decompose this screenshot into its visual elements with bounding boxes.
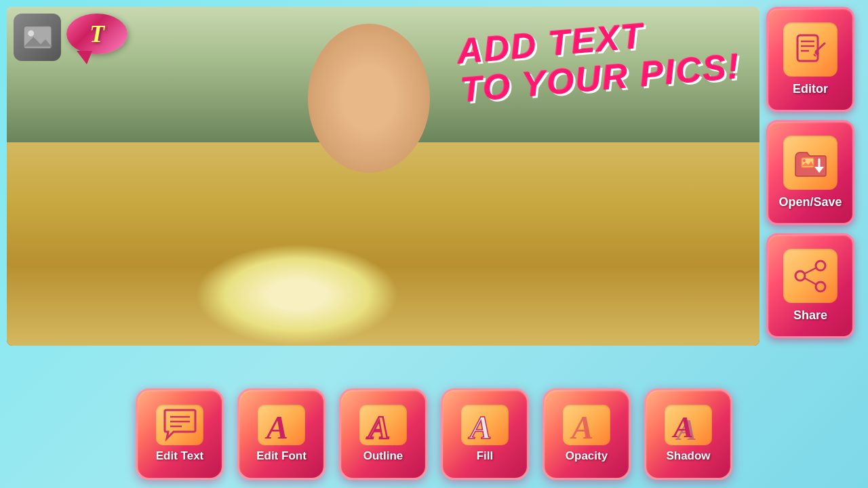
editor-button[interactable]: Editor: [766, 7, 854, 112]
edit-text-button[interactable]: Edit Text: [136, 388, 224, 480]
svg-line-19: [804, 278, 816, 285]
svg-point-16: [795, 271, 805, 281]
opacity-icon-bg: A: [563, 405, 610, 445]
svg-line-18: [804, 268, 816, 274]
font-opacity-icon: A: [568, 408, 606, 442]
opacity-button[interactable]: A Opacity: [542, 388, 631, 480]
outline-icon-bg: A: [359, 405, 407, 445]
editor-icon: [792, 31, 829, 68]
open-save-icon-bg: [783, 136, 837, 190]
text-bubble-icon[interactable]: T: [66, 14, 127, 61]
edit-font-icon-bg: A: [258, 405, 305, 445]
svg-rect-3: [797, 35, 818, 61]
edit-text-icon-bg: [156, 405, 203, 445]
opacity-label: Opacity: [566, 449, 608, 463]
outline-button[interactable]: A Outline: [339, 388, 427, 480]
shadow-icon-bg: A A: [665, 405, 712, 445]
open-save-label: Open/Save: [778, 195, 842, 209]
shadow-button[interactable]: A A Shadow: [644, 388, 732, 480]
share-icon: [792, 258, 829, 295]
svg-point-1: [28, 30, 34, 37]
share-label: Share: [793, 308, 827, 323]
editor-icon-bg: [783, 22, 837, 77]
svg-text:A: A: [468, 409, 492, 442]
right-sidebar: Editor Open/Save: [766, 7, 861, 380]
svg-text:A: A: [570, 409, 593, 442]
edit-font-button[interactable]: A Edit Font: [237, 388, 326, 480]
fill-button[interactable]: A Fill: [441, 388, 529, 480]
font-outline-icon: A: [365, 408, 402, 442]
svg-text:A: A: [671, 411, 693, 442]
svg-point-17: [816, 282, 825, 291]
fill-icon-bg: A: [461, 405, 509, 445]
font-shadow-icon: A A: [670, 408, 707, 442]
share-icon-bg: [783, 249, 837, 303]
editor-label: Editor: [793, 82, 828, 96]
bubble-letter: T: [90, 20, 104, 48]
svg-point-15: [816, 261, 825, 270]
canvas-area: T ADD TEXT TO YOUR PICS!: [7, 7, 760, 380]
edit-text-label: Edit Text: [156, 449, 204, 463]
svg-point-11: [803, 159, 806, 162]
font-fill-icon: A: [467, 408, 504, 442]
bottom-toolbar: Edit Text A Edit Font A Outline A Fill: [0, 380, 868, 488]
fill-label: Fill: [477, 449, 494, 463]
open-save-icon: [792, 144, 829, 182]
svg-line-9: [814, 54, 816, 56]
svg-text:A: A: [366, 409, 390, 442]
edit-font-label: Edit Font: [256, 449, 307, 463]
shadow-label: Shadow: [666, 449, 710, 463]
font-a-icon: A: [263, 408, 300, 442]
chat-lines-icon: [161, 408, 199, 442]
share-button[interactable]: Share: [766, 233, 854, 338]
image-icon-button[interactable]: [14, 14, 61, 61]
open-save-button[interactable]: Open/Save: [766, 120, 854, 225]
outline-label: Outline: [363, 449, 403, 463]
svg-text:A: A: [264, 409, 288, 442]
